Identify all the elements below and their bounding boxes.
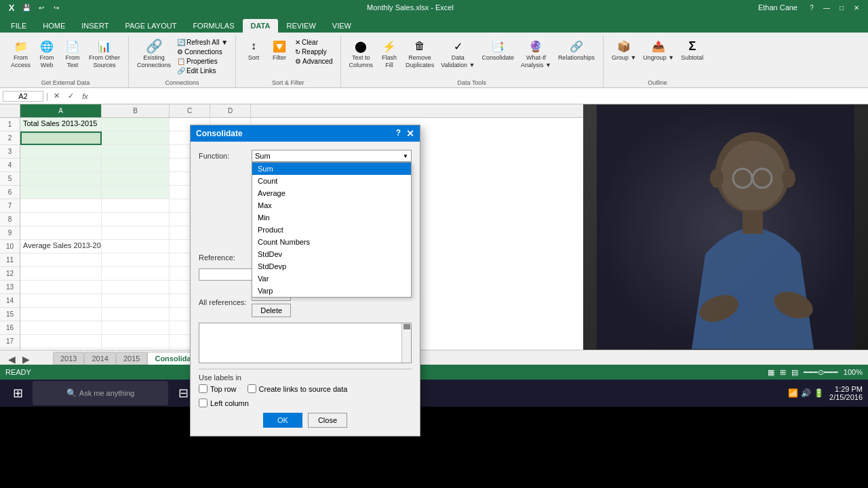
group-btn[interactable]: 📦 Group ▼ <box>609 37 639 63</box>
cell-b9[interactable] <box>102 226 170 240</box>
maximize-btn[interactable]: □ <box>835 1 848 14</box>
cell-a8[interactable] <box>20 213 102 226</box>
tab-data[interactable]: DATA <box>243 19 279 33</box>
dropdown-item-count[interactable]: Count <box>252 175 411 187</box>
cell-b16[interactable] <box>102 321 170 335</box>
zoom-slider[interactable]: ━━━⊙━━━ <box>804 368 838 377</box>
dropdown-item-count-numbers[interactable]: Count Numbers <box>252 236 411 248</box>
tab-page-layout[interactable]: PAGE LAYOUT <box>117 19 184 33</box>
cell-a9[interactable] <box>20 226 102 240</box>
undo-qat-btn[interactable]: ↩ <box>35 1 47 14</box>
cell-a1[interactable]: Total Sales 2013-2015 <box>20 118 102 131</box>
dialog-help-icon[interactable]: ? <box>396 128 401 139</box>
tab-view[interactable]: VIEW <box>324 19 359 33</box>
from-access-btn[interactable]: 📁 FromAccess <box>8 37 33 70</box>
cell-reference-input[interactable] <box>3 91 43 102</box>
minimize-btn[interactable]: — <box>821 1 833 14</box>
redo-qat-btn[interactable]: ↪ <box>50 1 62 14</box>
save-qat-btn[interactable]: 💾 <box>20 1 33 14</box>
cell-a12[interactable] <box>20 267 102 281</box>
cell-a6[interactable] <box>20 186 102 199</box>
dropdown-item-var[interactable]: Var <box>252 272 411 285</box>
cell-b11[interactable] <box>102 253 170 267</box>
filter-btn[interactable]: 🔽 Filter <box>267 37 292 63</box>
all-references-listbox[interactable] <box>199 323 412 363</box>
insert-function-btn[interactable]: fx <box>79 92 91 101</box>
dropdown-item-sum[interactable]: Sum <box>252 163 411 175</box>
search-bar[interactable]: 🔍 Ask me anything <box>33 381 168 405</box>
reapply-btn[interactable]: ↻ Reapply <box>293 47 334 56</box>
start-btn[interactable]: ⊞ <box>5 381 30 405</box>
cell-a11[interactable] <box>20 253 102 267</box>
dropdown-item-stddev[interactable]: StdDev <box>252 248 411 260</box>
sheet-tab-2014[interactable]: 2014 <box>84 352 115 365</box>
sheet-tab-2015[interactable]: 2015 <box>116 352 147 365</box>
cell-a18[interactable] <box>20 348 102 350</box>
cell-b2[interactable] <box>102 131 170 145</box>
function-select[interactable]: Sum ▼ <box>252 150 412 162</box>
cell-b13[interactable] <box>102 281 170 294</box>
cell-b18[interactable] <box>102 348 170 350</box>
cell-b8[interactable] <box>102 213 170 226</box>
ok-btn[interactable]: OK <box>263 413 302 428</box>
cell-a14[interactable] <box>20 294 102 308</box>
remove-duplicates-btn[interactable]: 🗑 RemoveDuplicates <box>403 37 437 70</box>
col-header-c[interactable]: C <box>170 104 210 117</box>
formula-input[interactable] <box>94 92 865 100</box>
close-btn[interactable]: ✕ <box>850 1 863 14</box>
sheet-nav-left[interactable]: ◀ <box>5 354 18 365</box>
cell-b1[interactable] <box>102 118 170 131</box>
tab-review[interactable]: REVIEW <box>278 19 323 33</box>
data-validation-btn[interactable]: ✓ DataValidation ▼ <box>438 37 477 70</box>
from-other-sources-btn[interactable]: 📊 From OtherSources <box>86 37 123 70</box>
col-header-b[interactable]: B <box>102 104 170 117</box>
left-column-checkbox[interactable] <box>199 399 208 407</box>
cell-b3[interactable] <box>102 145 170 159</box>
taskbar-time[interactable]: 1:29 PM 2/15/2016 <box>829 385 863 401</box>
cell-b12[interactable] <box>102 267 170 281</box>
cell-a7[interactable] <box>20 199 102 213</box>
dropdown-item-product[interactable]: Product <box>252 224 411 236</box>
dialog-close-icon[interactable]: ✕ <box>406 128 414 139</box>
sheet-nav-right[interactable]: ▶ <box>20 354 33 365</box>
close-dialog-btn[interactable]: Close <box>308 413 347 428</box>
tab-formulas[interactable]: FORMULAS <box>184 19 242 33</box>
sort-btn[interactable]: ↕ Sort <box>241 37 266 63</box>
clear-btn[interactable]: ✕ Clear <box>293 38 334 47</box>
help-btn[interactable]: ? <box>806 1 818 14</box>
text-to-columns-btn[interactable]: ⬤ Text toColumns <box>347 37 376 70</box>
dropdown-item-average[interactable]: Average <box>252 187 411 199</box>
tab-file[interactable]: FILE <box>3 19 35 33</box>
cell-a17[interactable] <box>20 335 102 348</box>
properties-btn[interactable]: 📋 Properties <box>175 57 230 66</box>
what-if-analysis-btn[interactable]: 🔮 What-IfAnalysis ▼ <box>518 37 554 70</box>
from-text-btn[interactable]: 📄 FromText <box>60 37 85 70</box>
page-layout-view-icon[interactable]: ⊞ <box>780 368 786 377</box>
flash-fill-btn[interactable]: ⚡ FlashFill <box>377 37 401 70</box>
cell-b6[interactable] <box>102 186 170 199</box>
page-break-view-icon[interactable]: ▤ <box>791 368 798 377</box>
tab-insert[interactable]: INSERT <box>73 19 117 33</box>
cell-a3[interactable] <box>20 145 102 159</box>
cell-a10[interactable]: Average Sales 2013-2014 <box>20 240 102 253</box>
cell-b7[interactable] <box>102 199 170 213</box>
cancel-edit-btn[interactable]: ✕ <box>51 91 62 101</box>
cell-b10[interactable] <box>102 240 170 253</box>
dropdown-item-min[interactable]: Min <box>252 211 411 224</box>
relationships-btn[interactable]: 🔗 Relationships <box>555 37 597 63</box>
consolidate-btn[interactable]: 📑 Consolidate <box>479 37 517 63</box>
connections-btn[interactable]: ⚙ Connections <box>175 47 230 56</box>
cell-a13[interactable] <box>20 281 102 294</box>
cell-a5[interactable] <box>20 172 102 186</box>
cell-b14[interactable] <box>102 294 170 308</box>
col-header-a[interactable]: A <box>20 104 102 117</box>
subtotal-btn[interactable]: Σ Subtotal <box>678 37 706 63</box>
dropdown-item-stddevp[interactable]: StdDevp <box>252 260 411 272</box>
tab-home[interactable]: HOME <box>35 19 73 33</box>
refresh-all-btn[interactable]: 🔄 Refresh All ▼ <box>175 38 230 47</box>
from-web-btn[interactable]: 🌐 FromWeb <box>35 37 59 70</box>
confirm-edit-btn[interactable]: ✓ <box>65 91 77 101</box>
cell-a15[interactable] <box>20 308 102 321</box>
cell-a16[interactable] <box>20 321 102 335</box>
cell-a4[interactable] <box>20 159 102 172</box>
